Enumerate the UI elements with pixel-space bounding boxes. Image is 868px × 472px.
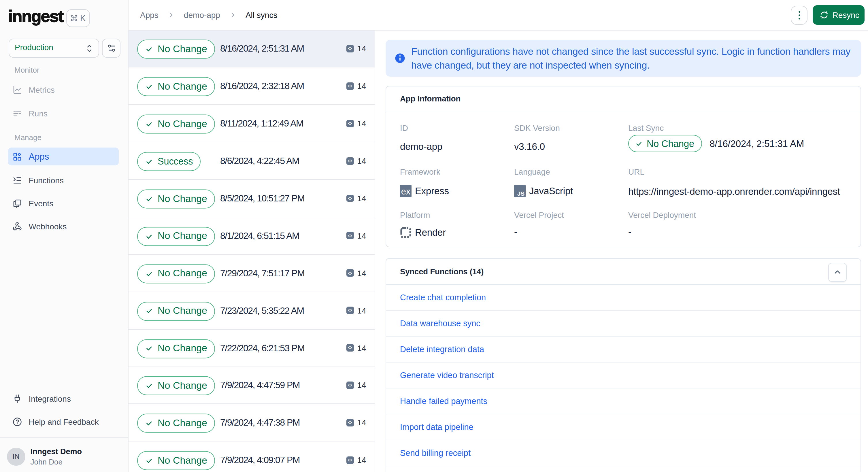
svg-text:ex: ex bbox=[401, 186, 411, 196]
svg-text:JS: JS bbox=[517, 190, 525, 197]
